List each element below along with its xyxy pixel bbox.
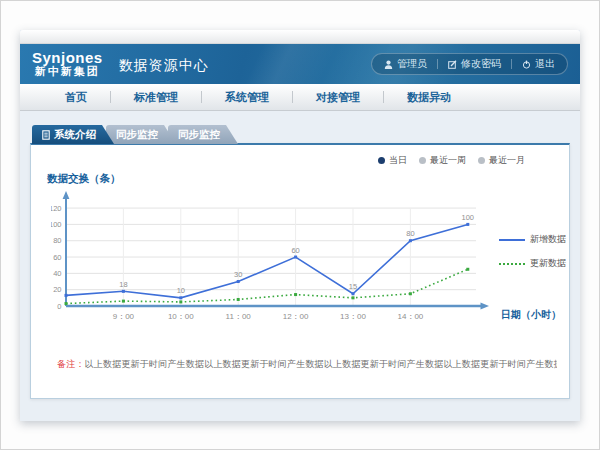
svg-text:100: 100 bbox=[462, 213, 475, 222]
page-title: 数据资源中心 bbox=[119, 54, 209, 75]
chart-panel: 当日 最近一周 最近一月 数据交换（条） 0204060801001209：00… bbox=[30, 143, 570, 399]
svg-text:11：00: 11：00 bbox=[226, 312, 252, 321]
screenshot-canvas: Synjones 新中新集团 数据资源中心 管理员 bbox=[0, 0, 600, 450]
svg-text:10：00: 10：00 bbox=[168, 312, 194, 321]
legend-item-update-data: 更新数据 bbox=[499, 257, 566, 270]
time-filter-label: 当日 bbox=[389, 154, 407, 167]
svg-text:40: 40 bbox=[53, 269, 61, 278]
footnote-label: 备注： bbox=[57, 359, 85, 369]
tab-sync-monitor-2[interactable]: 同步监控 bbox=[168, 125, 238, 144]
change-password-link[interactable]: 修改密码 bbox=[448, 57, 501, 71]
tab-system-intro[interactable]: 系统介绍 bbox=[32, 125, 114, 144]
tab-sync-monitor-1[interactable]: 同步监控 bbox=[106, 125, 176, 144]
radio-selected-icon bbox=[378, 157, 385, 164]
document-icon bbox=[42, 130, 50, 140]
svg-text:14：00: 14：00 bbox=[398, 312, 424, 321]
divider bbox=[511, 59, 512, 69]
user-menu: 管理员 修改密码 退出 bbox=[371, 53, 568, 75]
tab-label: 同步监控 bbox=[116, 128, 158, 142]
x-axis-title: 日期（小时） bbox=[501, 308, 561, 322]
svg-text:120: 120 bbox=[51, 204, 62, 213]
nav-item-home[interactable]: 首页 bbox=[42, 90, 110, 105]
app-window: Synjones 新中新集团 数据资源中心 管理员 bbox=[20, 30, 580, 421]
svg-text:60: 60 bbox=[53, 253, 61, 262]
main-nav: 首页 标准管理 系统管理 对接管理 数据异动 bbox=[20, 84, 580, 111]
svg-text:0: 0 bbox=[57, 302, 61, 311]
time-filter-today[interactable]: 当日 bbox=[378, 154, 407, 167]
nav-item-interface-mgmt[interactable]: 对接管理 bbox=[293, 90, 383, 105]
logout-label: 退出 bbox=[535, 57, 555, 71]
svg-text:15: 15 bbox=[349, 282, 357, 291]
time-filter-last-month[interactable]: 最近一月 bbox=[478, 154, 525, 167]
legend-label: 新增数据 bbox=[530, 233, 566, 246]
logo-text-cn: 新中新集团 bbox=[32, 66, 103, 78]
power-icon bbox=[522, 60, 531, 69]
divider bbox=[437, 59, 438, 69]
svg-text:12：00: 12：00 bbox=[283, 312, 309, 321]
line-chart: 0204060801001209：0010：0011：0012：0013：001… bbox=[51, 189, 521, 329]
footnote: 备注：以上数据更新于时间产生数据以上数据更新于时间产生数据以上数据更新于时间产生… bbox=[57, 358, 557, 371]
user-name-label: 管理员 bbox=[397, 57, 427, 71]
radio-icon bbox=[419, 157, 426, 164]
svg-text:20: 20 bbox=[53, 285, 61, 294]
user-icon bbox=[384, 60, 393, 69]
time-filter-label: 最近一周 bbox=[430, 154, 466, 167]
tab-bar: 系统介绍 同步监控 同步监控 bbox=[32, 125, 570, 144]
user-name[interactable]: 管理员 bbox=[384, 57, 427, 71]
content-area: 系统介绍 同步监控 同步监控 当日 最近一周 bbox=[20, 111, 580, 421]
svg-text:80: 80 bbox=[53, 236, 61, 245]
logo-text-en: Synjones bbox=[32, 50, 103, 66]
nav-item-system-mgmt[interactable]: 系统管理 bbox=[202, 90, 292, 105]
logout-link[interactable]: 退出 bbox=[522, 57, 555, 71]
header: Synjones 新中新集团 数据资源中心 管理员 bbox=[20, 44, 580, 84]
tab-label: 系统介绍 bbox=[54, 128, 96, 142]
legend-item-new-data: 新增数据 bbox=[499, 233, 566, 246]
company-logo: Synjones 新中新集团 bbox=[32, 50, 103, 77]
svg-text:18: 18 bbox=[119, 280, 127, 289]
window-top-strip bbox=[20, 30, 580, 44]
svg-text:100: 100 bbox=[51, 220, 62, 229]
svg-text:80: 80 bbox=[406, 229, 414, 238]
svg-text:9：00: 9：00 bbox=[113, 312, 135, 321]
svg-text:10: 10 bbox=[177, 286, 185, 295]
footnote-text: 以上数据更新于时间产生数据以上数据更新于时间产生数据以上数据更新于时间产生数据以… bbox=[85, 359, 557, 369]
y-axis-title: 数据交换（条） bbox=[47, 172, 121, 186]
time-filter-label: 最近一月 bbox=[489, 154, 525, 167]
edit-icon bbox=[448, 60, 457, 69]
legend-line-sample-blue bbox=[499, 239, 525, 241]
nav-item-data-change[interactable]: 数据异动 bbox=[384, 90, 474, 105]
radio-icon bbox=[478, 157, 485, 164]
svg-text:13：00: 13：00 bbox=[340, 312, 366, 321]
time-filter-last-week[interactable]: 最近一周 bbox=[419, 154, 466, 167]
legend-line-sample-green bbox=[499, 263, 525, 265]
chart-legend: 新增数据 更新数据 bbox=[499, 233, 566, 281]
change-password-label: 修改密码 bbox=[461, 57, 501, 71]
nav-item-standard-mgmt[interactable]: 标准管理 bbox=[111, 90, 201, 105]
time-filter-group: 当日 最近一周 最近一月 bbox=[378, 154, 525, 167]
svg-text:60: 60 bbox=[291, 246, 299, 255]
tab-label: 同步监控 bbox=[178, 128, 220, 142]
svg-text:30: 30 bbox=[234, 270, 242, 279]
legend-label: 更新数据 bbox=[530, 257, 566, 270]
